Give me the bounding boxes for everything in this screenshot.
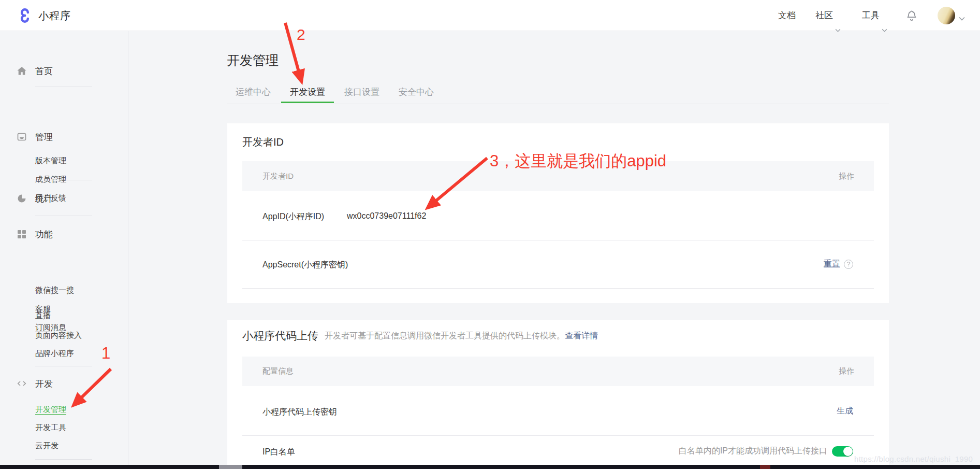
view-details-link[interactable]: 查看详情 xyxy=(565,331,598,340)
logo-text: 小程序 xyxy=(38,9,71,23)
appsecret-label: AppSecret(小程序密钥) xyxy=(262,260,348,271)
reset-appsecret-link[interactable]: 重置 xyxy=(824,259,840,269)
table-header-row: 配置信息 操作 xyxy=(242,357,874,386)
table-header-action: 操作 xyxy=(839,172,854,181)
toggle-knob xyxy=(843,447,853,456)
sidebar-divider xyxy=(35,180,92,180)
sidebar-item-member-manage[interactable]: 成员管理 xyxy=(35,173,66,186)
page-title: 开发管理 xyxy=(227,52,279,69)
ip-whitelist-label: IP白名单 xyxy=(262,447,295,458)
code-upload-description: 开发者可基于配置信息调用微信开发者工具提供的代码上传模块。查看详情 xyxy=(325,331,598,342)
sidebar-item-features[interactable]: 功能 xyxy=(0,228,128,240)
archive-box-icon xyxy=(17,132,26,141)
sidebar-divider xyxy=(35,459,92,460)
sidebar-divider xyxy=(35,366,92,366)
sidebar-item-version-manage[interactable]: 版本管理 xyxy=(35,154,66,167)
tab-api-settings[interactable]: 接口设置 xyxy=(335,83,388,102)
sidebar-item-page-content[interactable]: 页面内容接入 xyxy=(35,329,82,342)
sidebar-item-develop[interactable]: 开发 xyxy=(0,377,128,390)
pie-chart-icon xyxy=(17,194,26,203)
code-upload-card: 小程序代码上传 开发者可基于配置信息调用微信开发者工具提供的代码上传模块。查看详… xyxy=(227,320,889,469)
row-divider xyxy=(242,240,874,240)
nav-tools[interactable]: 工具 xyxy=(862,0,887,31)
row-divider xyxy=(242,435,874,436)
sidebar-item-stats[interactable]: 统计 xyxy=(0,192,128,205)
tab-security-center[interactable]: 安全中心 xyxy=(390,83,443,102)
tabs-divider xyxy=(227,104,889,104)
taskbar-segment xyxy=(219,465,242,469)
miniprogram-logo[interactable]: 小程序 xyxy=(17,7,71,24)
active-tab-underline xyxy=(281,102,334,103)
help-question-icon[interactable]: ? xyxy=(844,260,853,269)
sidebar-item-home[interactable]: 首页 xyxy=(0,65,128,77)
annotation-step-1: 1 xyxy=(101,344,110,363)
table-header-config-info: 配置信息 xyxy=(262,366,294,376)
nav-docs[interactable]: 文档 xyxy=(778,0,796,31)
home-icon xyxy=(17,66,26,76)
annotation-step-2: 2 xyxy=(297,26,305,44)
grid-icon xyxy=(17,230,26,239)
miniprogram-logo-icon xyxy=(17,7,33,24)
sidebar-divider xyxy=(35,87,92,87)
tab-develop-settings[interactable]: 开发设置 xyxy=(281,83,334,102)
user-avatar[interactable] xyxy=(938,7,955,24)
section-title-developer-id: 开发者ID xyxy=(242,135,284,149)
sidebar-item-cloud-develop[interactable]: 云开发 xyxy=(35,439,58,452)
taskbar-segment-red xyxy=(760,465,770,469)
appid-value: wx0cc0739e07111f62 xyxy=(347,211,426,221)
code-icon xyxy=(17,379,26,388)
sidebar: 首页 管理 版本管理 成员管理 用户反馈 统计 功能 微信搜一搜 客服 xyxy=(0,31,128,469)
generate-key-link[interactable]: 生成 xyxy=(837,406,853,417)
ip-whitelist-note: 白名单内的IP才能成功调用代码上传接口 xyxy=(679,446,827,457)
bottom-taskbar-strip xyxy=(0,465,980,469)
ip-whitelist-toggle[interactable] xyxy=(832,446,853,457)
top-header: 小程序 文档 社区 工具 xyxy=(0,0,980,31)
annotation-step-3: 3，这里就是我们的appid xyxy=(490,150,666,172)
sidebar-item-develop-manage[interactable]: 开发管理 xyxy=(35,403,66,416)
chevron-down-icon xyxy=(835,14,841,18)
appid-label: AppID(小程序ID) xyxy=(262,211,324,222)
sidebar-item-wechat-search[interactable]: 微信搜一搜 xyxy=(35,284,74,296)
section-title-code-upload: 小程序代码上传 xyxy=(242,329,318,343)
notification-bell-icon[interactable] xyxy=(906,9,917,23)
upload-key-label: 小程序代码上传密钥 xyxy=(262,407,337,418)
row-divider xyxy=(242,288,874,289)
sidebar-item-live[interactable]: 直播 xyxy=(35,309,51,322)
sidebar-item-develop-tools[interactable]: 开发工具 xyxy=(35,421,66,434)
chevron-down-icon[interactable] xyxy=(959,13,964,17)
tab-ops-center[interactable]: 运维中心 xyxy=(227,83,280,102)
sidebar-item-brand-miniprogram[interactable]: 品牌小程序 xyxy=(35,347,74,360)
sidebar-divider xyxy=(35,216,92,216)
nav-community[interactable]: 社区 xyxy=(815,0,841,31)
table-header-developer-id: 开发者ID xyxy=(262,172,294,181)
csdn-watermark: https://blog.csdn.net/qiushi_1990 xyxy=(854,454,973,463)
sidebar-item-manage[interactable]: 管理 xyxy=(0,131,128,143)
table-header-action: 操作 xyxy=(839,366,854,376)
chevron-down-icon xyxy=(882,14,887,18)
